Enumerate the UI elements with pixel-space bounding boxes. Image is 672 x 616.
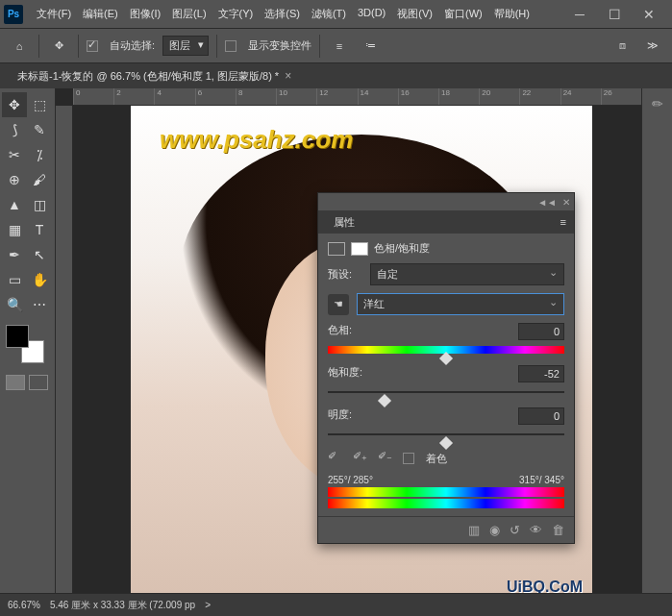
colorize-checkbox[interactable] [403, 453, 414, 464]
menu-image[interactable]: 图像(I) [124, 3, 166, 25]
ruler-vertical [56, 106, 73, 593]
eraser-tool[interactable]: ◫ [27, 192, 52, 217]
menu-file[interactable]: 文件(F) [31, 3, 77, 25]
auto-select-checkbox[interactable] [87, 40, 98, 52]
panel-footer: ▥ ◉ ↺ 👁 🗑 [318, 516, 574, 543]
panel-menu-icon[interactable]: ≡ [560, 216, 566, 228]
menu-3d[interactable]: 3D(D) [352, 3, 391, 25]
menu-edit[interactable]: 编辑(E) [77, 3, 124, 25]
status-arrow-icon[interactable]: > [205, 600, 211, 610]
tab-close-icon[interactable]: × [285, 69, 291, 83]
clip-to-layer-icon[interactable]: ▥ [468, 523, 480, 537]
quick-select-tool[interactable]: ✎ [27, 117, 52, 142]
panel-body: 色相/饱和度 预设: 自定 ☚ 洋红 色相: 0 饱和度: -52 [318, 234, 574, 516]
home-icon[interactable]: ⌂ [8, 35, 31, 58]
watermark-uibq: UiBQ.CoM [507, 579, 583, 593]
color-swatches[interactable] [6, 325, 44, 363]
edit-toolbar-icon[interactable]: ✏ [646, 92, 669, 115]
panel-close-icon[interactable]: ✕ [562, 197, 570, 208]
properties-panel[interactable]: ◄◄ ✕ 属性 ≡ 色相/饱和度 预设: 自定 ☚ 洋红 色相: 0 [317, 192, 575, 544]
color-range-bar-bottom[interactable] [328, 499, 564, 508]
crop-tool[interactable]: ✂ [2, 142, 27, 167]
lightness-value[interactable]: 0 [518, 407, 564, 425]
stamp-tool[interactable]: ▲ [2, 192, 27, 217]
hand-tool[interactable]: ✋ [27, 267, 52, 292]
more-tools[interactable]: ⋯ [27, 292, 52, 317]
menu-select[interactable]: 选择(S) [259, 3, 306, 25]
status-bar: 66.67% 5.46 厘米 x 33.33 厘米 (72.009 pp > [0, 593, 672, 616]
ruler-horizontal: 02468101214161820222426 [73, 88, 641, 106]
foreground-swatch[interactable] [6, 325, 29, 348]
range-right: 315°/ 345° [519, 475, 564, 485]
toggle-visibility-icon[interactable]: 👁 [530, 523, 542, 537]
hue-slider[interactable] [328, 344, 564, 356]
saturation-label: 饱和度: [328, 365, 362, 382]
watermark-psahz: www.psahz.com [160, 125, 353, 155]
menu-type[interactable]: 文字(Y) [212, 3, 260, 25]
pen-tool[interactable]: ✒ [2, 242, 27, 267]
adjustment-icon [328, 242, 345, 256]
document-title: 未标题-1-恢复的 @ 66.7% (色相/饱和度 1, 图层蒙版/8) * [17, 69, 279, 84]
quick-mask-mode[interactable] [29, 375, 48, 390]
trash-icon[interactable]: 🗑 [552, 523, 564, 537]
menu-filter[interactable]: 滤镜(T) [306, 3, 352, 25]
saturation-slider[interactable] [328, 386, 564, 398]
panel-collapse-icon[interactable]: ◄◄ [537, 197, 557, 208]
view-previous-icon[interactable]: ◉ [489, 523, 500, 537]
color-range-bar-top[interactable] [328, 487, 564, 497]
menu-window[interactable]: 窗口(W) [438, 3, 488, 25]
standard-mode[interactable] [6, 375, 25, 390]
zoom-level[interactable]: 66.67% [8, 600, 40, 610]
document-tab[interactable]: 未标题-1-恢复的 @ 66.7% (色相/饱和度 1, 图层蒙版/8) * × [10, 65, 299, 87]
move-tool-icon[interactable]: ✥ [47, 35, 70, 58]
3d-mode-icon[interactable]: ⧈ [610, 35, 634, 58]
properties-tab[interactable]: 属性 [326, 211, 362, 234]
overflow-icon[interactable]: ≫ [641, 35, 664, 58]
document-tab-bar: 未标题-1-恢复的 @ 66.7% (色相/饱和度 1, 图层蒙版/8) * × [0, 63, 672, 88]
hue-label: 色相: [328, 323, 352, 340]
saturation-value[interactable]: -52 [518, 365, 564, 382]
menu-view[interactable]: 视图(V) [391, 3, 438, 25]
app-logo: Ps [4, 5, 23, 24]
lasso-tool[interactable]: ⟆ [2, 117, 27, 142]
minimize-button[interactable]: ─ [568, 7, 591, 22]
eyedropper-add-icon[interactable]: ✐₊ [353, 450, 370, 467]
show-transform-checkbox[interactable] [225, 40, 236, 52]
zoom-tool[interactable]: 🔍 [2, 292, 27, 317]
path-select-tool[interactable]: ↖ [27, 242, 52, 267]
brush-tool[interactable]: 🖌 [27, 167, 52, 192]
toolbox: ✥⬚ ⟆✎ ✂⁒ ⊕🖌 ▲◫ ▦T ✒↖ ▭✋ 🔍⋯ [0, 88, 56, 593]
auto-select-target[interactable]: 图层 [162, 36, 209, 56]
preset-label: 预设: [328, 267, 362, 282]
panel-header[interactable]: ◄◄ ✕ [318, 193, 574, 210]
eyedropper-tool[interactable]: ⁒ [27, 142, 52, 167]
healing-tool[interactable]: ⊕ [2, 167, 27, 192]
auto-select-label: 自动选择: [110, 38, 155, 53]
align-icon[interactable]: ≡ [328, 35, 351, 58]
reset-icon[interactable]: ↺ [510, 523, 520, 537]
channel-select[interactable]: 洋红 [357, 293, 564, 315]
move-tool[interactable]: ✥ [2, 92, 27, 117]
options-bar: ⌂ ✥ 自动选择: 图层 显示变换控件 ≡ ≔ ⧈ ≫ [0, 29, 672, 63]
right-panel-bar: ✏ [641, 88, 672, 593]
menu-layer[interactable]: 图层(L) [166, 3, 212, 25]
main-menu: 文件(F) 编辑(E) 图像(I) 图层(L) 文字(Y) 选择(S) 滤镜(T… [31, 3, 535, 25]
eyedropper-sub-icon[interactable]: ✐₋ [378, 450, 395, 467]
lightness-slider[interactable] [328, 429, 564, 440]
align-icon-2[interactable]: ≔ [359, 35, 382, 58]
show-transform-label: 显示变换控件 [248, 38, 311, 53]
colorize-label: 着色 [426, 452, 447, 466]
eyedropper-icon[interactable]: ✐ [328, 450, 345, 467]
menu-help[interactable]: 帮助(H) [488, 3, 535, 25]
targeted-adjust-icon[interactable]: ☚ [328, 294, 349, 315]
preset-select[interactable]: 自定 [370, 263, 564, 285]
window-controls: ─ ☐ ✕ [568, 7, 668, 22]
maximize-button[interactable]: ☐ [603, 7, 626, 22]
close-button[interactable]: ✕ [637, 7, 660, 22]
marquee-tool[interactable]: ⬚ [27, 92, 52, 117]
hue-value[interactable]: 0 [518, 323, 564, 340]
type-tool[interactable]: T [27, 217, 52, 242]
shape-tool[interactable]: ▭ [2, 267, 27, 292]
gradient-tool[interactable]: ▦ [2, 217, 27, 242]
title-bar: Ps 文件(F) 编辑(E) 图像(I) 图层(L) 文字(Y) 选择(S) 滤… [0, 0, 672, 29]
